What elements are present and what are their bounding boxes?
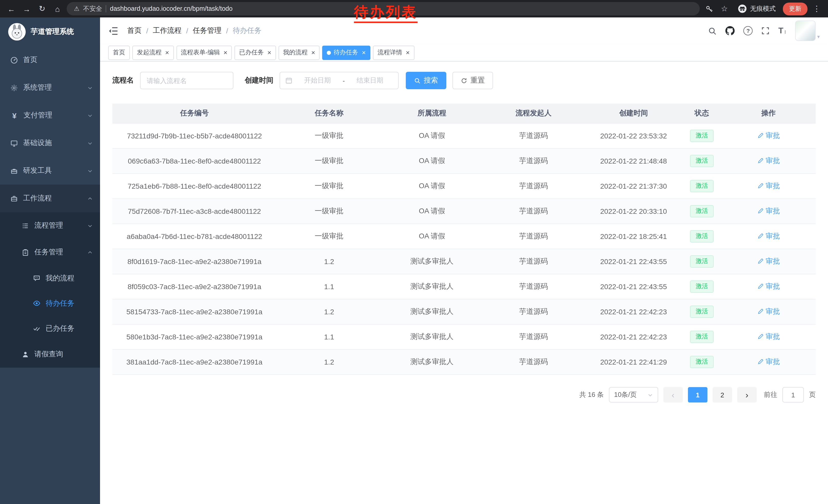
not-secure-icon: ⚠ [74,5,80,12]
sidebar-item-workflow[interactable]: 工作流程 [0,185,100,212]
sidebar-item-payment[interactable]: ¥ 支付管理 [0,101,100,129]
approve-label: 审批 [766,357,780,367]
approve-button[interactable]: 审批 [757,332,780,341]
reload-icon[interactable]: ↻ [36,3,48,15]
sidebar-item-todo-tasks[interactable]: 待办任务 [0,291,100,316]
sidebar-item-leave-query[interactable]: 请假查询 [0,341,100,368]
search-icon[interactable] [708,27,717,35]
help-icon[interactable]: ? [743,26,753,35]
approve-button[interactable]: 审批 [757,131,780,140]
forward-icon[interactable]: → [20,3,33,15]
tab-流程表单-编辑[interactable]: 流程表单-编辑× [176,45,232,60]
approve-button[interactable]: 审批 [757,307,780,316]
update-button[interactable]: 更新 [783,2,808,15]
process-name-label: 流程名 [112,76,134,85]
approve-label: 审批 [766,131,780,140]
app-logo[interactable]: 芋道管理系统 [0,17,100,46]
create-time: 2022-01-21 22:42:23 [585,299,682,324]
goto-page-input[interactable] [782,387,804,403]
tab-close-icon[interactable]: × [267,49,271,56]
fullscreen-icon[interactable] [761,27,770,35]
task-id: 725a1eb6-7b88-11ec-8ef0-acde48001122 [112,174,277,199]
browser-menu-icon[interactable]: ⋮ [811,3,823,15]
col-process: 所属流程 [382,103,482,123]
refresh-icon [461,77,467,84]
sidebar-item-task-management[interactable]: 任务管理 [0,239,100,266]
sidebar-item-system[interactable]: 系统管理 [0,74,100,101]
github-icon[interactable] [726,26,735,35]
date-range-picker[interactable]: 开始日期 - 结束日期 [280,72,399,89]
screen: ← → ↻ ⌂ ⚠ 不安全 dashboard.yudao.iocoder.cn… [0,0,828,504]
home-icon[interactable]: ⌂ [51,3,64,15]
sidebar-item-devtools[interactable]: 研发工具 [0,157,100,185]
initiator-name: 芋道源码 [482,174,585,199]
calendar-icon [285,77,292,84]
process-name-input[interactable] [140,72,234,89]
password-key-icon[interactable] [703,3,715,15]
breadcrumb-workflow[interactable]: 工作流程 [153,26,181,35]
task-table: 任务编号 任务名称 所属流程 流程发起人 创建时间 状态 操作 73211d9d… [112,103,816,375]
tab-close-icon[interactable]: × [165,49,169,56]
page-button-1[interactable]: 1 [688,387,707,403]
font-size-icon[interactable]: T ↕ [778,26,786,35]
tab-已办任务[interactable]: 已办任务× [235,45,276,60]
tab-我的流程[interactable]: 我的流程× [279,45,320,60]
incognito-badge: 无痕模式 [734,3,780,14]
tab-发起流程[interactable]: 发起流程× [132,45,174,60]
approve-button[interactable]: 审批 [757,207,780,216]
process-name: 测试多审批人 [382,274,482,299]
status-badge: 激活 [690,306,714,318]
tab-close-icon[interactable]: × [223,49,227,56]
sidebar: 芋道管理系统 首页 系统管理 ¥ 支付管理 [0,17,100,504]
page-button-2[interactable]: 2 [713,387,732,403]
col-actions: 操作 [721,103,816,123]
tab-待办任务[interactable]: 待办任务× [322,45,370,60]
initiator-name: 芋道源码 [482,299,585,324]
reset-button[interactable]: 重置 [452,72,493,89]
search-button[interactable]: 搜索 [406,72,446,89]
user-menu[interactable]: ▾ [795,20,820,41]
approve-button[interactable]: 审批 [757,357,780,367]
menu-label: 支付管理 [24,111,52,120]
logo-image [8,23,26,41]
sidebar-item-my-process[interactable]: 我的流程 [0,266,100,291]
task-id: 73211d9d-7b9b-11ec-b5b7-acde48001122 [112,123,277,148]
edit-icon [757,333,763,340]
next-page-button[interactable]: › [737,387,757,403]
chevron-down-icon [87,168,93,174]
page-size-select[interactable]: 10条/页 [609,387,658,403]
approve-label: 审批 [766,257,780,266]
breadcrumb-task-mgmt[interactable]: 任务管理 [193,26,222,35]
tab-label: 流程表单-编辑 [181,48,220,57]
approve-button[interactable]: 审批 [757,156,780,166]
tab-label: 已办任务 [239,48,264,57]
breadcrumb-home[interactable]: 首页 [127,26,141,35]
sidebar-item-done-tasks[interactable]: 已办任务 [0,316,100,341]
bookmark-star-icon[interactable]: ☆ [718,3,731,15]
tab-首页[interactable]: 首页 [108,45,130,60]
sidebar-item-process-management[interactable]: 流程管理 [0,212,100,239]
tab-close-icon[interactable]: × [312,49,315,56]
approve-label: 审批 [766,282,780,291]
tab-label: 待办任务 [334,48,358,57]
start-date-placeholder: 开始日期 [294,76,341,85]
navbar-actions: ? T ↕ ▾ [708,20,820,41]
prev-page-button[interactable]: ‹ [663,387,683,403]
sidebar-item-home[interactable]: 首页 [0,46,100,74]
tab-close-icon[interactable]: × [406,49,410,56]
approve-button[interactable]: 审批 [757,232,780,241]
chevron-down-icon [87,112,93,118]
initiator-name: 芋道源码 [482,350,585,374]
filter-bar: 流程名 创建时间 开始日期 - 结束日期 搜索 重 [112,72,816,89]
double-check-icon [33,325,41,332]
sidebar-toggle-icon[interactable] [108,27,118,35]
task-id: 8f059c03-7ac8-11ec-a9e2-a2380e71991a [112,274,277,299]
approve-button[interactable]: 审批 [757,182,780,191]
tab-流程详情[interactable]: 流程详情× [373,45,414,60]
approve-button[interactable]: 审批 [757,282,780,291]
tab-close-icon[interactable]: × [362,49,366,56]
approve-button[interactable]: 审批 [757,257,780,266]
sidebar-item-infrastructure[interactable]: 基础设施 [0,129,100,157]
back-icon[interactable]: ← [5,3,17,15]
toolbox-icon [10,167,18,175]
